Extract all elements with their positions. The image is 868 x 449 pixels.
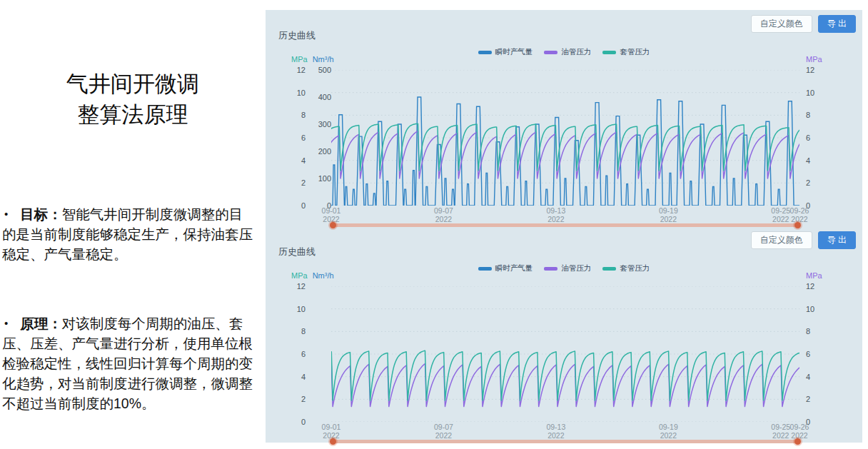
bullet-principle-lead: 原理： [20, 316, 62, 331]
legend-swatch [478, 267, 492, 271]
y-tick-label: 10 [806, 89, 814, 97]
legend-label: 瞬时产气量 [495, 263, 533, 273]
y-tick-label: 8 [806, 111, 810, 119]
y-axis-mpa-right: 121086420 [806, 286, 827, 422]
y-tick-label: 0 [301, 418, 306, 426]
y-tick-label: 4 [301, 373, 306, 381]
legend-item[interactable]: 套管压力 [602, 263, 650, 273]
y-tick-label: 12 [806, 282, 814, 291]
legend-item[interactable]: 套管压力 [602, 47, 650, 57]
x-tick-label: 09-262022 [790, 207, 809, 223]
y-axis-unit-label: MPa [291, 271, 308, 280]
y-tick-label: 6 [301, 350, 306, 358]
y-tick-label: 500 [318, 66, 331, 74]
slider-handle-left[interactable] [330, 438, 336, 445]
y-tick-label: 12 [297, 66, 306, 74]
custom-color-button[interactable]: 自定义颜色 [751, 231, 812, 249]
history-chart-top: 自定义颜色 导 出 历史曲线 瞬时产气量油管压力套管压力 MPaNm³/h MP… [266, 10, 862, 226]
y-axis-mpa-left: 121086420 [286, 70, 306, 206]
y-tick-label: 2 [806, 178, 810, 187]
legend-label: 油管压力 [561, 47, 591, 57]
slide: 气井间开微调 整算法原理 •目标：智能气井间开制度微调整的目的是当前制度能够稳定… [0, 0, 868, 449]
slide-title-line-1: 气井间开微调 [0, 69, 266, 99]
legend-item[interactable]: 油管压力 [544, 263, 591, 273]
legend-item[interactable]: 油管压力 [544, 47, 591, 57]
left-text-pane: 气井间开微调 整算法原理 •目标：智能气井间开制度微调整的目的是当前制度能够稳定… [0, 0, 266, 449]
y-tick-label: 12 [297, 282, 306, 291]
y-axis-headers-right: MPa [806, 271, 822, 280]
legend-label: 瞬时产气量 [495, 47, 533, 57]
y-axis-headers-left: MPaNm³/h [291, 55, 334, 64]
y-tick-label: 8 [301, 111, 306, 119]
time-range-slider[interactable] [331, 438, 799, 445]
x-tick-label: 09-252022 [771, 423, 790, 440]
x-tick-label: 09-012022 [322, 423, 341, 440]
y-tick-label: 2 [301, 178, 306, 187]
y-tick-label: 6 [301, 133, 306, 142]
export-button[interactable]: 导 出 [818, 15, 856, 33]
y-axis-unit-label: MPa [806, 271, 822, 280]
series-油管压力 [331, 364, 799, 407]
slide-title-line-2: 整算法原理 [0, 99, 266, 130]
x-tick-label: 09-132022 [546, 207, 565, 223]
legend-label: 套管压力 [620, 47, 650, 57]
y-tick-label: 6 [806, 350, 810, 358]
y-tick-label: 12 [806, 66, 814, 74]
chart-legend: 瞬时产气量油管压力套管压力 [266, 47, 862, 57]
y-tick-label: 4 [806, 156, 810, 165]
y-tick-label: 0 [301, 201, 306, 210]
y-axis-headers-right: MPa [806, 55, 822, 64]
y-tick-label: 6 [806, 133, 810, 142]
y-axis-mpa-left: 121086420 [286, 286, 306, 422]
y-tick-label: 400 [318, 93, 331, 101]
y-tick-label: 8 [806, 327, 810, 336]
x-tick-label: 09-262022 [790, 423, 809, 440]
legend-swatch [602, 267, 616, 271]
bullet-goal: •目标：智能气井间开制度微调整的目的是当前制度能够稳定生产，保持油套压稳定、产气… [2, 204, 256, 264]
slider-handle-right[interactable] [794, 438, 801, 445]
legend-item[interactable]: 瞬时产气量 [478, 263, 533, 273]
legend-swatch [544, 51, 557, 54]
y-tick-label: 10 [806, 305, 814, 313]
y-tick-label: 2 [806, 395, 810, 403]
legend-item[interactable]: 瞬时产气量 [478, 47, 533, 57]
y-tick-label: 2 [301, 395, 306, 403]
chart-title: 历史曲线 [278, 29, 316, 42]
plot-area[interactable] [331, 286, 799, 422]
y-axis-unit-label: Nm³/h [313, 55, 334, 64]
legend-label: 套管压力 [620, 263, 650, 273]
plot-area[interactable] [331, 70, 799, 206]
y-tick-label: 8 [301, 327, 306, 336]
slide-title: 气井间开微调 整算法原理 [0, 69, 266, 130]
y-tick-label: 200 [318, 147, 331, 156]
y-axis-nm3h-left [310, 286, 331, 422]
y-axis-nm3h-left: 5004003002001000 [310, 70, 331, 206]
export-button[interactable]: 导 出 [818, 231, 856, 249]
x-tick-label: 09-072022 [434, 423, 453, 440]
custom-color-button[interactable]: 自定义颜色 [751, 15, 812, 33]
y-axis-mpa-right: 121086420 [806, 70, 827, 206]
y-tick-label: 4 [301, 156, 306, 165]
y-axis-headers-left: MPaNm³/h [291, 271, 334, 280]
chart-toolbar: 自定义颜色 导 出 [751, 231, 856, 249]
y-axis-unit-label: Nm³/h [313, 271, 334, 280]
x-tick-label: 09-072022 [434, 207, 453, 223]
slider-track[interactable] [331, 440, 799, 443]
legend-swatch [478, 51, 492, 54]
x-tick-label: 09-252022 [771, 207, 790, 223]
legend-label: 油管压力 [561, 263, 591, 273]
chart-legend: 瞬时产气量油管压力套管压力 [266, 263, 862, 273]
history-curves-panel: 自定义颜色 导 出 历史曲线 瞬时产气量油管压力套管压力 MPaNm³/h MP… [266, 10, 862, 443]
chart-toolbar: 自定义颜色 导 出 [751, 15, 856, 33]
y-tick-label: 10 [297, 89, 306, 97]
y-tick-label: 10 [297, 305, 306, 313]
y-tick-label: 4 [806, 373, 810, 381]
legend-swatch [602, 51, 616, 54]
chart-title: 历史曲线 [278, 246, 316, 258]
x-tick-label: 09-012022 [322, 207, 341, 223]
y-axis-unit-label: MPa [291, 55, 308, 64]
x-tick-label: 09-132022 [546, 423, 565, 440]
bullet-principle: •原理：对该制度每个周期的油压、套压、压差、产气量进行分析，使用单位根检验稳定性… [2, 313, 256, 413]
bullet-goal-lead: 目标： [20, 206, 62, 222]
legend-swatch [544, 267, 557, 271]
